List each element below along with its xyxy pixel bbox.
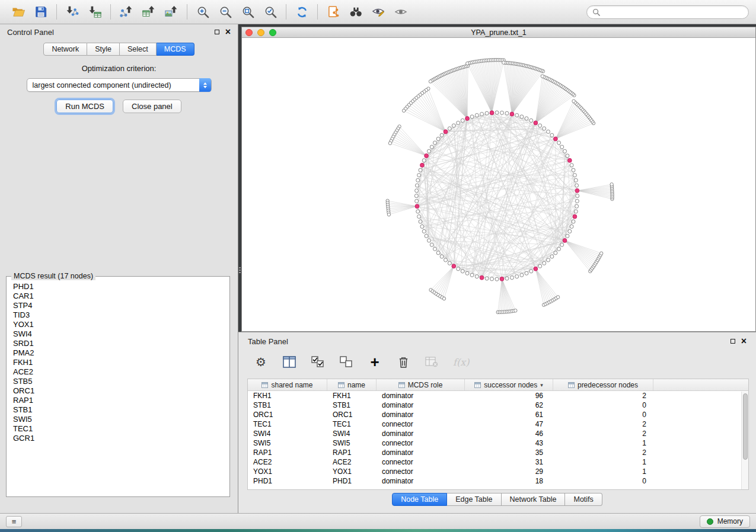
- table-row[interactable]: PHD1PHD1dominator180: [248, 476, 748, 486]
- export-network-button[interactable]: [115, 2, 138, 22]
- tab-style[interactable]: Style: [87, 43, 120, 56]
- column-header-filler: [653, 379, 748, 390]
- table-scrollbar[interactable]: [741, 392, 748, 489]
- mcds-result-item[interactable]: GCR1: [9, 434, 227, 443]
- memory-button[interactable]: Memory: [700, 515, 750, 528]
- mcds-result-item[interactable]: SWI5: [9, 415, 227, 424]
- export-image-button[interactable]: [160, 2, 183, 22]
- export-table-icon: [142, 5, 156, 18]
- mcds-result-item[interactable]: PMA2: [9, 348, 227, 358]
- run-mcds-button[interactable]: Run MCDS: [56, 100, 113, 113]
- table-row[interactable]: SWI5SWI5connector431: [248, 438, 748, 448]
- splitter-grip[interactable]: [239, 266, 241, 274]
- scrollbar-thumb[interactable]: [743, 393, 748, 460]
- main-toolbar: [0, 0, 756, 24]
- cell-role: dominator: [377, 411, 465, 419]
- fx-icon: f(x): [453, 357, 469, 368]
- mcds-result-item[interactable]: SWI4: [9, 329, 227, 339]
- table-row[interactable]: SWI4SWI4dominator462: [248, 429, 748, 438]
- table-row[interactable]: YOX1YOX1connector291: [248, 467, 748, 476]
- close-table-panel-icon[interactable]: ×: [741, 336, 747, 346]
- cell-shared_name: SWI5: [248, 439, 327, 447]
- mcds-result-item[interactable]: STP4: [9, 301, 227, 310]
- mcds-result-item[interactable]: SRD1: [9, 339, 227, 348]
- import-table-button[interactable]: [84, 2, 106, 22]
- find-button[interactable]: [344, 2, 367, 22]
- selected-criterion-value: largest connected component (undirected): [27, 81, 199, 89]
- cell-shared_name: ACE2: [248, 458, 327, 466]
- cell-successors: 43: [465, 439, 553, 447]
- zoom-selected-icon: [264, 5, 277, 19]
- search-input[interactable]: [604, 8, 743, 16]
- column-header-shared-name[interactable]: shared name: [248, 379, 327, 390]
- tab-edge-table[interactable]: Edge Table: [447, 493, 501, 506]
- mcds-result-item[interactable]: PHD1: [9, 282, 227, 291]
- mcds-result-item[interactable]: RAP1: [9, 396, 227, 405]
- share-document-button[interactable]: [322, 2, 344, 22]
- column-header-mcds-role[interactable]: MCDS role: [377, 379, 465, 390]
- mcds-result-item[interactable]: YOX1: [9, 320, 227, 329]
- tab-mcds[interactable]: MCDS: [157, 43, 194, 56]
- column-header-name[interactable]: name: [327, 379, 377, 390]
- columns-icon: [283, 356, 296, 368]
- table-row[interactable]: FKH1FKH1dominator962: [248, 391, 748, 400]
- cell-shared_name: SWI4: [248, 430, 327, 438]
- tab-motifs[interactable]: Motifs: [565, 493, 602, 506]
- export-table-button[interactable]: [138, 2, 160, 22]
- cell-role: dominator: [377, 392, 465, 400]
- delete-column-button[interactable]: [396, 354, 410, 370]
- zoom-out-button[interactable]: [214, 2, 237, 22]
- mcds-result-item[interactable]: CAR1: [9, 291, 227, 301]
- mcds-result-list[interactable]: PHD1CAR1STP4TID3YOX1SWI4SRD1PMA2FKH1ACE2…: [9, 282, 227, 494]
- apply-layout-button[interactable]: [291, 2, 313, 22]
- open-session-button[interactable]: [7, 2, 30, 22]
- tab-network[interactable]: Network: [43, 43, 87, 56]
- table-row[interactable]: RAP1RAP1dominator352: [248, 448, 748, 457]
- tab-node-table[interactable]: Node Table: [392, 493, 447, 506]
- mcds-result-item[interactable]: ORC1: [9, 386, 227, 396]
- show-columns-button[interactable]: [282, 354, 296, 370]
- mcds-result-item[interactable]: STB5: [9, 377, 227, 386]
- delete-table-icon: [425, 357, 438, 367]
- network-window-titlebar[interactable]: YPA_prune.txt_1: [242, 27, 755, 38]
- mcds-result-item[interactable]: FKH1: [9, 358, 227, 367]
- float-panel-icon[interactable]: [215, 30, 219, 34]
- save-session-button[interactable]: [30, 2, 52, 22]
- network-canvas[interactable]: [242, 38, 755, 331]
- mcds-result-item[interactable]: STB1: [9, 405, 227, 415]
- table-row[interactable]: ACE2ACE2connector311: [248, 457, 748, 467]
- float-table-panel-icon[interactable]: [731, 339, 735, 344]
- zoom-selected-button[interactable]: [259, 2, 282, 22]
- mcds-result-item[interactable]: TEC1: [9, 424, 227, 434]
- table-row[interactable]: STB1STB1dominator620: [248, 400, 748, 410]
- deselect-all-rows-button[interactable]: [339, 354, 353, 370]
- toggle-graphics-details-button[interactable]: [367, 2, 390, 22]
- mcds-result-item[interactable]: TID3: [9, 310, 227, 320]
- create-column-button[interactable]: +: [368, 354, 382, 370]
- close-panel-button[interactable]: Close panel: [123, 100, 181, 113]
- mcds-result-item[interactable]: ACE2: [9, 367, 227, 377]
- cell-successors: 35: [465, 448, 553, 457]
- zoom-fit-button[interactable]: [237, 2, 259, 22]
- column-type-icon: [568, 382, 575, 388]
- optimization-criterion-select[interactable]: largest connected component (undirected): [27, 78, 212, 92]
- cell-successors: 61: [465, 411, 553, 419]
- desktop-wallpaper-strip: [0, 529, 756, 532]
- select-all-rows-button[interactable]: [311, 354, 325, 370]
- table-row[interactable]: TEC1TEC1connector472: [248, 419, 748, 429]
- deselect-all-icon: [339, 355, 353, 368]
- table-row[interactable]: ORC1ORC1dominator610: [248, 410, 748, 419]
- tab-select[interactable]: Select: [120, 43, 157, 56]
- search-field[interactable]: [586, 5, 749, 19]
- cell-successors: 62: [465, 401, 553, 409]
- show-hide-details-button[interactable]: [390, 2, 412, 22]
- import-network-button[interactable]: [61, 2, 84, 22]
- column-header-predecessor-nodes[interactable]: predecessor nodes: [553, 379, 653, 390]
- column-header-successor-nodes[interactable]: successor nodes ▾: [465, 379, 553, 390]
- table-settings-button[interactable]: ⚙: [254, 354, 268, 370]
- close-panel-icon[interactable]: ×: [225, 27, 231, 37]
- tab-network-table[interactable]: Network Table: [502, 493, 566, 506]
- cell-name: ORC1: [327, 411, 377, 419]
- status-menu-button[interactable]: ≡: [6, 516, 22, 527]
- zoom-in-button[interactable]: [192, 2, 214, 22]
